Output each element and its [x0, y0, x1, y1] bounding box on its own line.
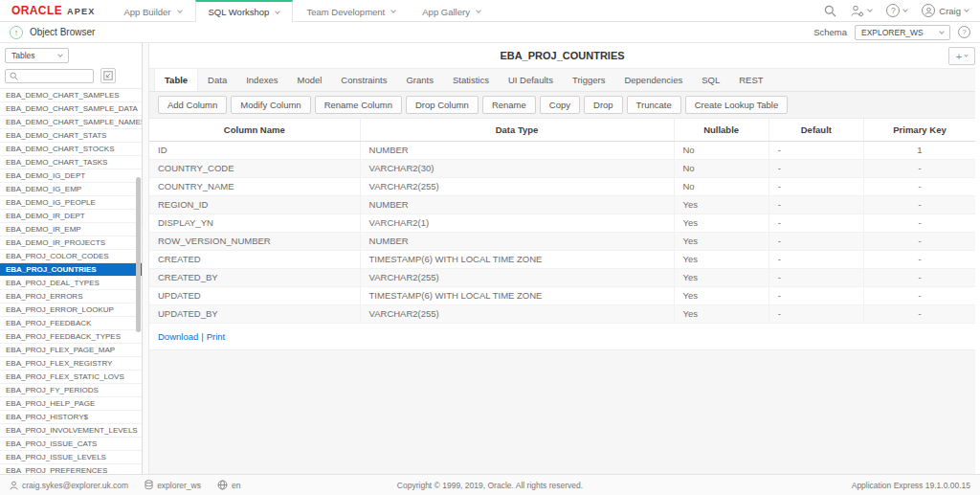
tab-constraints[interactable]: Constraints: [331, 69, 396, 91]
truncate-button[interactable]: Truncate: [627, 96, 681, 114]
sidebar-item-eba-proj-deal-types[interactable]: EBA_PROJ_DEAL_TYPES: [0, 277, 142, 290]
tab-indexes[interactable]: Indexes: [236, 69, 287, 91]
search-go-button[interactable]: [100, 68, 116, 83]
sidebar-item-eba-proj-issue-levels[interactable]: EBA_PROJ_ISSUE_LEVELS: [0, 451, 142, 464]
table-list: EBA_DEMO_CHART_SAMPLESEBA_DEMO_CHART_SAM…: [0, 88, 142, 474]
cell-default: -: [768, 177, 863, 195]
sidebar-item-eba-demo-chart-samples[interactable]: EBA_DEMO_CHART_SAMPLES: [0, 89, 142, 102]
nav-tab-label: App Gallery: [422, 7, 470, 17]
sidebar-item-eba-demo-chart-stocks[interactable]: EBA_DEMO_CHART_STOCKS: [0, 143, 142, 156]
sidebar-item-eba-proj-errors[interactable]: EBA_PROJ_ERRORS: [0, 290, 142, 304]
tab-triggers[interactable]: Triggers: [563, 69, 615, 91]
create-object-button[interactable]: +: [948, 47, 975, 65]
sidebar-scrollbar[interactable]: [136, 177, 141, 332]
sidebar-item-eba-proj-issue-cats[interactable]: EBA_PROJ_ISSUE_CATS: [0, 438, 142, 451]
sidebar-item-eba-demo-ig-emp[interactable]: EBA_DEMO_IG_EMP: [0, 183, 142, 196]
search-icon: [10, 72, 18, 80]
help-icon: ?: [886, 4, 900, 17]
sidebar-item-eba-proj-history[interactable]: EBA_PROJ_HISTORY$: [0, 411, 142, 424]
rename-button[interactable]: Rename: [482, 96, 536, 114]
sidebar-item-eba-proj-flex-static-lovs[interactable]: EBA_PROJ_FLEX_STATIC_LOVS: [0, 371, 142, 384]
footer-user[interactable]: craig.sykes@explorer.uk.com: [10, 481, 128, 490]
chevron-down-icon: [57, 52, 63, 57]
add-column-button[interactable]: Add Column: [158, 96, 227, 114]
tab-rest[interactable]: REST: [729, 69, 772, 91]
cell-primary-key: 1: [863, 141, 975, 159]
sidebar-search-box[interactable]: [5, 69, 94, 83]
modify-column-button[interactable]: Modify Column: [231, 96, 310, 114]
drop-button[interactable]: Drop: [584, 96, 623, 114]
administration-menu[interactable]: [851, 5, 872, 17]
cell-default: -: [768, 286, 863, 304]
table-search-input[interactable]: [21, 72, 89, 80]
help-menu[interactable]: ?: [886, 4, 907, 17]
sidebar-item-eba-proj-flex-page-map[interactable]: EBA_PROJ_FLEX_PAGE_MAP: [0, 344, 142, 357]
sidebar-item-eba-proj-feedback-types[interactable]: EBA_PROJ_FEEDBACK_TYPES: [0, 330, 142, 344]
user-menu[interactable]: Craig: [922, 4, 969, 17]
object-title: EBA_PROJ_COUNTRIES: [500, 50, 624, 61]
cell-primary-key: -: [863, 195, 975, 214]
cell-column-name: COUNTRY_NAME: [149, 177, 360, 195]
primary-nav: App BuilderSQL WorkshopTeam DevelopmentA…: [110, 0, 494, 21]
search-icon[interactable]: [824, 5, 836, 17]
cell-primary-key: -: [863, 304, 975, 323]
drop-column-button[interactable]: Drop Column: [406, 96, 479, 114]
copy-button[interactable]: Copy: [540, 96, 580, 114]
object-type-select[interactable]: Tables: [5, 48, 69, 63]
oracle-apex-logo[interactable]: ORACLE APEX: [0, 0, 110, 21]
nav-tab-app-builder[interactable]: App Builder: [110, 0, 194, 21]
footer-workspace[interactable]: explorer_ws: [145, 480, 201, 490]
sidebar-item-eba-demo-chart-sample-data[interactable]: EBA_DEMO_CHART_SAMPLE_DATA: [0, 102, 142, 116]
sidebar-item-eba-demo-chart-tasks[interactable]: EBA_DEMO_CHART_TASKS: [0, 156, 142, 169]
up-arrow-icon[interactable]: ↑: [10, 26, 23, 39]
tab-data[interactable]: Data: [198, 69, 236, 91]
object-sidebar: Tables EBA_DEMO_CHART_SAMPLESEBA_DEMO_CH…: [0, 43, 143, 474]
footer-language[interactable]: en: [217, 480, 240, 490]
cell-data-type: VARCHAR2(30): [360, 159, 674, 177]
sidebar-item-eba-demo-chart-stats[interactable]: EBA_DEMO_CHART_STATS: [0, 129, 142, 143]
schema-select[interactable]: EXPLORER_WS: [855, 25, 950, 40]
tab-statistics[interactable]: Statistics: [443, 69, 499, 91]
nav-tab-team-development[interactable]: Team Development: [293, 0, 409, 21]
schema-help-icon[interactable]: ?: [958, 26, 970, 38]
nav-tab-app-gallery[interactable]: App Gallery: [409, 0, 494, 21]
sidebar-item-eba-demo-ig-people[interactable]: EBA_DEMO_IG_PEOPLE: [0, 196, 142, 210]
link-separator: |: [201, 331, 203, 342]
sidebar-item-eba-demo-ir-dept[interactable]: EBA_DEMO_IR_DEPT: [0, 210, 142, 223]
tab-table[interactable]: Table: [154, 69, 198, 91]
header-actions: ? Craig: [824, 0, 980, 21]
sidebar-item-eba-proj-preferences[interactable]: EBA_PROJ_PREFERENCES: [0, 464, 142, 474]
table-row: CREATED_BYVARCHAR2(255)Yes--: [149, 268, 975, 286]
cell-nullable: Yes: [674, 232, 768, 250]
sidebar-item-eba-proj-error-lookup[interactable]: EBA_PROJ_ERROR_LOOKUP: [0, 304, 142, 317]
create-lookup-table-button[interactable]: Create Lookup Table: [685, 96, 789, 114]
rename-column-button[interactable]: Rename Column: [315, 96, 402, 114]
sidebar-item-eba-proj-countries[interactable]: EBA_PROJ_COUNTRIES: [0, 263, 142, 277]
sidebar-item-eba-proj-help-page[interactable]: EBA_PROJ_HELP_PAGE: [0, 397, 142, 411]
print-link[interactable]: Print: [207, 331, 226, 342]
sidebar-item-eba-demo-ig-dept[interactable]: EBA_DEMO_IG_DEPT: [0, 169, 142, 183]
tab-grants[interactable]: Grants: [396, 69, 443, 91]
cell-default: -: [768, 159, 863, 177]
sidebar-item-eba-proj-feedback[interactable]: EBA_PROJ_FEEDBACK: [0, 317, 142, 330]
sidebar-item-eba-demo-ir-emp[interactable]: EBA_DEMO_IR_EMP: [0, 223, 142, 236]
nav-tab-sql-workshop[interactable]: SQL Workshop: [195, 0, 294, 22]
sidebar-item-eba-proj-color-codes[interactable]: EBA_PROJ_COLOR_CODES: [0, 250, 142, 263]
chevron-down-icon: [276, 9, 281, 14]
footer: Copyright © 1999, 2019, Oracle. All righ…: [0, 474, 980, 495]
tab-sql[interactable]: SQL: [692, 69, 729, 91]
download-link[interactable]: Download: [158, 331, 198, 342]
tab-dependencies[interactable]: Dependencies: [614, 69, 692, 91]
cell-nullable: Yes: [674, 195, 768, 214]
workspace: Tables EBA_DEMO_CHART_SAMPLESEBA_DEMO_CH…: [0, 43, 980, 474]
column-header-data-type: Data Type: [360, 119, 674, 141]
apex-logo-text: APEX: [67, 6, 95, 16]
sidebar-item-eba-proj-fy-periods[interactable]: EBA_PROJ_FY_PERIODS: [0, 384, 142, 397]
tab-ui-defaults[interactable]: UI Defaults: [499, 69, 563, 91]
sidebar-item-eba-demo-chart-sample-names[interactable]: EBA_DEMO_CHART_SAMPLE_NAMES: [0, 116, 142, 129]
splitter-handle[interactable]: [143, 43, 149, 474]
sidebar-item-eba-proj-involvement-levels[interactable]: EBA_PROJ_INVOLVEMENT_LEVELS: [0, 424, 142, 438]
sidebar-item-eba-proj-flex-registry[interactable]: EBA_PROJ_FLEX_REGISTRY: [0, 357, 142, 371]
tab-model[interactable]: Model: [287, 69, 331, 91]
sidebar-item-eba-demo-ir-projects[interactable]: EBA_DEMO_IR_PROJECTS: [0, 236, 142, 250]
